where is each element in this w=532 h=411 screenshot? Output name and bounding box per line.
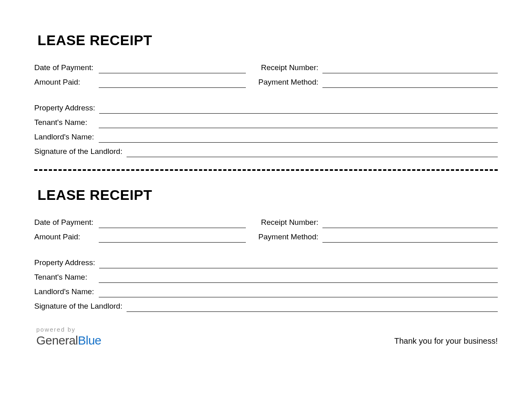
receipt-title: LEASE RECEIPT [34,32,498,48]
label-tenants-name: Tenant's Name: [34,273,99,283]
label-payment-method: Payment Method: [258,232,322,243]
cut-divider [34,169,498,171]
field-date-of-payment: Date of Payment: [34,218,246,228]
field-tenants-name: Tenant's Name: [34,272,498,283]
row-date-receipt-number: Date of Payment: Receipt Number: [34,63,498,73]
label-date-of-payment: Date of Payment: [34,218,99,228]
field-signature: Signature of the Landlord: [34,147,498,157]
field-landlords-name: Landlord's Name: [34,132,498,143]
input-line-payment-method[interactable] [322,77,498,88]
input-line-receipt-number[interactable] [322,218,498,228]
label-date-of-payment: Date of Payment: [34,63,99,73]
label-signature: Signature of the Landlord: [34,302,127,312]
input-line-property-address[interactable] [99,103,498,114]
field-tenants-name: Tenant's Name: [34,118,498,128]
label-property-address: Property Address: [34,104,99,114]
spacer [34,92,498,103]
input-line-receipt-number[interactable] [322,63,498,73]
input-line-date-of-payment[interactable] [99,63,246,73]
field-amount-paid: Amount Paid: [34,77,246,88]
label-property-address: Property Address: [34,258,99,268]
field-property-address: Property Address: [34,258,498,268]
receipt-title: LEASE RECEIPT [34,187,498,203]
logo-part-blue: Blue [78,334,101,347]
powered-by-text: powered by [36,326,101,333]
field-payment-method: Payment Method: [258,77,498,88]
spacer [34,247,498,258]
input-line-payment-method[interactable] [322,232,498,243]
input-line-tenants-name[interactable] [99,272,498,283]
field-date-of-payment: Date of Payment: [34,63,246,73]
logo-part-general: General [36,334,78,347]
field-amount-paid: Amount Paid: [34,232,246,243]
field-property-address: Property Address: [34,103,498,114]
input-line-landlords-name[interactable] [99,287,498,297]
row-date-receipt-number: Date of Payment: Receipt Number: [34,218,498,228]
input-line-signature[interactable] [127,301,498,312]
row-amount-payment-method: Amount Paid: Payment Method: [34,77,498,88]
label-receipt-number: Receipt Number: [258,218,322,228]
label-amount-paid: Amount Paid: [34,232,99,243]
field-receipt-number: Receipt Number: [258,218,498,228]
label-signature: Signature of the Landlord: [34,147,127,157]
label-receipt-number: Receipt Number: [258,63,322,73]
powered-by-block: powered by GeneralBlue [34,326,101,347]
label-payment-method: Payment Method: [258,78,322,88]
generalblue-logo: GeneralBlue [36,334,101,347]
field-landlords-name: Landlord's Name: [34,287,498,297]
input-line-landlords-name[interactable] [99,132,498,143]
thank-you-text: Thank you for your business! [394,336,498,347]
input-line-property-address[interactable] [99,258,498,268]
label-landlords-name: Landlord's Name: [34,287,99,297]
input-line-date-of-payment[interactable] [99,218,246,228]
label-landlords-name: Landlord's Name: [34,133,99,143]
input-line-amount-paid[interactable] [99,232,246,243]
label-tenants-name: Tenant's Name: [34,118,99,128]
input-line-amount-paid[interactable] [99,77,246,88]
row-amount-payment-method: Amount Paid: Payment Method: [34,232,498,243]
field-receipt-number: Receipt Number: [258,63,498,73]
input-line-signature[interactable] [127,147,498,157]
input-line-tenants-name[interactable] [99,118,498,128]
lease-receipt-2: LEASE RECEIPT Date of Payment: Receipt N… [34,187,498,312]
lease-receipt-1: LEASE RECEIPT Date of Payment: Receipt N… [34,32,498,157]
footer: powered by GeneralBlue Thank you for you… [34,326,498,347]
field-payment-method: Payment Method: [258,232,498,243]
label-amount-paid: Amount Paid: [34,78,99,88]
field-signature: Signature of the Landlord: [34,301,498,312]
